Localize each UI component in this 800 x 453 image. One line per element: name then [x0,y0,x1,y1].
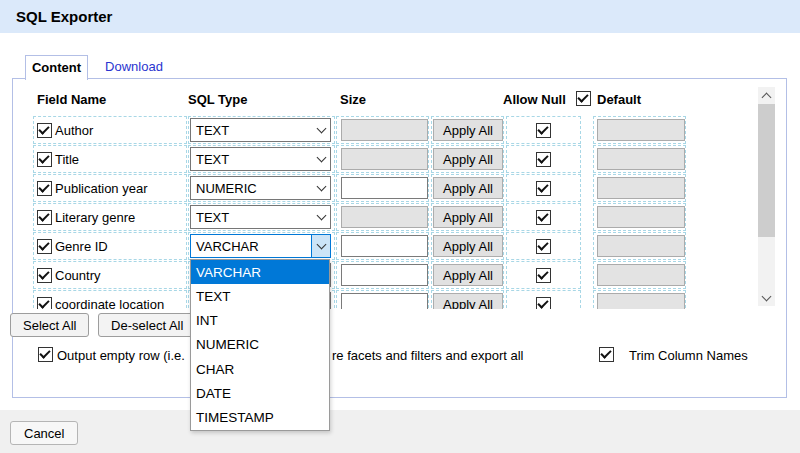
dropdown-option-int[interactable]: INT [191,309,329,333]
deselect-all-button[interactable]: De-select All [98,313,196,337]
table-scrollbar[interactable] [758,87,775,306]
dialog-titlebar: SQL Exporter [0,0,800,33]
allow-null-checkbox[interactable] [536,152,551,167]
header-sql-type: SQL Type [188,92,247,107]
select-all-button[interactable]: Select All [10,313,89,337]
field-cell: Country [33,261,187,289]
tab-content[interactable]: Content [25,55,88,80]
apply-all-button[interactable]: Apply All [433,235,503,257]
apply-all-button[interactable]: Apply All [433,206,503,228]
field-name-label: Title [55,152,79,167]
field-checkbox[interactable] [37,181,52,196]
checkmark-icon [38,268,49,279]
default-input [597,148,685,170]
apply-all-button[interactable]: Apply All [433,148,503,170]
apply-cell: Apply All [431,116,504,144]
checkmark-icon [38,152,49,163]
size-input [341,119,428,141]
chevron-down-icon [316,153,326,163]
apply-all-button[interactable]: Apply All [433,177,503,199]
apply-all-button[interactable]: Apply All [433,264,503,286]
cancel-button[interactable]: Cancel [10,421,78,445]
size-input[interactable] [341,293,428,309]
scroll-down-button[interactable] [758,289,775,306]
sql-type-select[interactable]: NUMERIC [190,176,331,200]
output-empty-row-checkbox[interactable] [38,347,53,362]
table-row: TitleTEXTApply All [13,145,758,173]
output-empty-row-label-prefix: Output empty row (i.e. [57,348,185,363]
tab-download[interactable]: Download [88,55,180,80]
checkmark-icon [537,123,548,134]
default-input [597,119,685,141]
size-input[interactable] [341,264,428,286]
size-cell [336,203,429,231]
field-checkbox[interactable] [37,268,52,283]
field-cell: Title [33,145,187,173]
dropdown-option-timestamp[interactable]: TIMESTAMP [191,406,329,430]
sql-type-select[interactable]: TEXT [190,205,331,229]
allow-null-checkbox[interactable] [536,297,551,310]
default-cell [593,174,686,202]
size-input[interactable] [341,177,428,199]
table-row: coordinate locationApply All [13,290,758,309]
dropdown-option-date[interactable]: DATE [191,381,329,405]
dropdown-option-text[interactable]: TEXT [191,284,329,308]
apply-cell: Apply All [431,174,504,202]
apply-cell: Apply All [431,203,504,231]
size-cell [336,116,429,144]
allow-null-checkbox[interactable] [536,210,551,225]
checkmark-icon [38,239,49,250]
sql-type-cell: NUMERIC [188,174,335,202]
chevron-down-icon [316,211,326,221]
allow-null-checkbox[interactable] [536,181,551,196]
default-header-checkbox[interactable] [576,91,591,106]
allow-null-checkbox[interactable] [536,268,551,283]
default-input [597,177,685,199]
default-cell [593,203,686,231]
size-cell [336,290,429,309]
default-input [597,235,685,257]
table-row: Genre IDVARCHARApply All [13,232,758,260]
header-size: Size [340,92,366,107]
checkmark-icon [537,268,548,279]
size-cell [336,261,429,289]
default-input [597,206,685,228]
scroll-up-button[interactable] [758,87,775,104]
sql-type-cell: TEXT [188,145,335,173]
checkmark-icon [39,347,50,358]
scrollbar-thumb[interactable] [758,104,775,237]
header-default: Default [597,92,641,107]
chevron-down-icon [316,240,326,250]
apply-all-button[interactable]: Apply All [433,293,503,309]
table-row: AuthorTEXTApply All [13,116,758,144]
select-arrow-zone [312,177,330,199]
chevron-up-icon [762,92,772,102]
checkmark-icon [600,347,611,358]
allow-null-checkbox[interactable] [536,123,551,138]
size-input[interactable] [341,235,428,257]
field-name-label: Publication year [55,181,148,196]
apply-all-button[interactable]: Apply All [433,119,503,141]
output-empty-row-label-suffix: re facets and filters and export all [332,348,524,363]
field-checkbox[interactable] [37,239,52,254]
checkmark-icon [537,181,548,192]
sql-type-select[interactable]: TEXT [190,147,331,171]
field-checkbox[interactable] [37,123,52,138]
checkmark-icon [38,210,49,221]
table-row: CountryApply All [13,261,758,289]
selection-buttons: Select All De-select All [10,313,201,337]
allow-null-checkbox[interactable] [536,239,551,254]
sql-type-select[interactable]: TEXT [190,118,331,142]
checkmark-icon [38,297,49,308]
field-checkbox[interactable] [37,297,52,310]
table-header-row: Field Name SQL Type Size Allow Null Defa… [13,87,758,116]
field-cell: Author [33,116,187,144]
field-checkbox[interactable] [37,210,52,225]
dropdown-option-char[interactable]: CHAR [191,357,329,381]
dropdown-option-varchar[interactable]: VARCHAR [191,260,329,284]
field-checkbox[interactable] [37,152,52,167]
field-cell: Genre ID [33,232,187,260]
dropdown-option-numeric[interactable]: NUMERIC [191,333,329,357]
sql-type-select[interactable]: VARCHAR [190,234,331,258]
trim-column-names-checkbox[interactable] [599,347,614,362]
